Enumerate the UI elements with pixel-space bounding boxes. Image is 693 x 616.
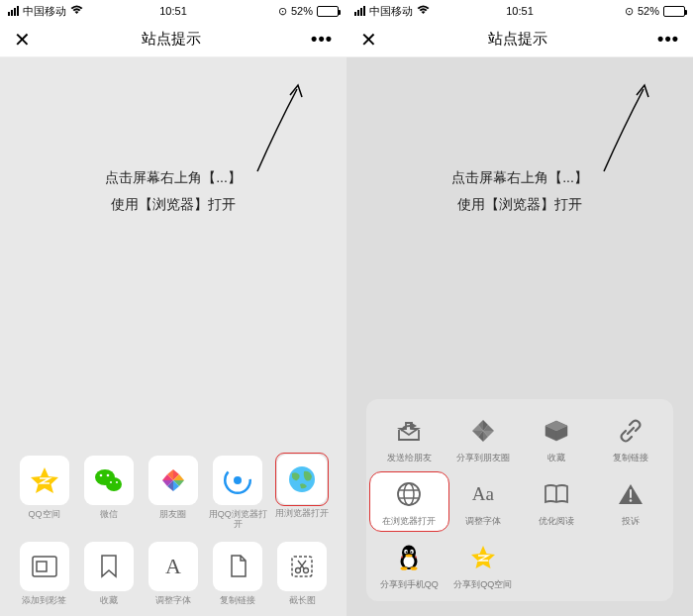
alarm-icon: ⊙	[278, 5, 287, 18]
svg-point-15	[404, 483, 414, 505]
open-qqbrowser[interactable]: 用QQ浏览器打开	[209, 456, 267, 531]
header: ✕ 站点提示 •••	[346, 22, 693, 57]
optimize-read-label: 优化阅读	[539, 515, 574, 528]
font-aa-icon: Aa	[472, 483, 494, 505]
carrier-label: 中国移动	[23, 4, 66, 19]
share-arrow-icon	[396, 420, 422, 442]
share-moments[interactable]: 朋友圈	[144, 456, 202, 531]
svg-point-4	[110, 481, 112, 483]
copy-icon	[228, 555, 248, 578]
battery-icon	[663, 6, 685, 17]
open-browser-highlighted[interactable]: 在浏览器打开	[369, 471, 449, 532]
share-qzone-label: QQ空间	[29, 509, 60, 520]
signal-icon	[8, 6, 19, 16]
svg-point-19	[404, 556, 415, 567]
open-browser-label: 用浏览器打开	[275, 508, 329, 519]
warning-icon	[618, 482, 644, 506]
add-bookmark-label: 添加到彩签	[22, 595, 66, 606]
favorite-label: 收藏	[100, 595, 118, 606]
copy-link[interactable]: 复制链接	[596, 415, 666, 464]
svg-point-5	[116, 481, 118, 483]
globe-icon	[288, 465, 316, 493]
more-button[interactable]: •••	[657, 29, 679, 50]
qzone-icon	[30, 465, 59, 495]
open-qqbrowser-label: 用QQ浏览器打开	[209, 509, 267, 531]
share-wechat[interactable]: 微信	[79, 456, 138, 531]
book-icon	[544, 483, 569, 505]
instruction-line1: 点击屏幕右上角【...】	[346, 164, 693, 191]
adjust-font[interactable]: A 调整字体	[144, 542, 202, 606]
report[interactable]: 投诉	[596, 478, 666, 528]
share-qzone[interactable]: 分享到QQ空间	[448, 542, 519, 591]
instruction-line2: 使用【浏览器】打开	[346, 191, 693, 218]
signal-icon	[354, 6, 365, 16]
share-sheet-right: 发送给朋友 分享到朋友圈 收藏 复制链接 在浏览器打开 Aa 调整字体	[366, 399, 673, 601]
svg-rect-10	[37, 562, 47, 571]
copy-link[interactable]: 复制链接	[209, 542, 267, 606]
adjust-font-label: 调整字体	[155, 595, 191, 606]
status-bar: 中国移动 10:51 ⊙ 52%	[0, 0, 346, 22]
box-icon	[544, 418, 569, 444]
svg-point-16	[629, 499, 632, 502]
scissors-icon	[290, 555, 314, 578]
arrow-icon	[243, 77, 312, 176]
close-button[interactable]: ✕	[360, 28, 377, 51]
more-button[interactable]: •••	[311, 29, 333, 50]
svg-point-13	[304, 568, 309, 573]
screenshot[interactable]: 截长图	[273, 542, 332, 606]
status-bar: 中国移动 10:51 ⊙ 52%	[346, 0, 693, 22]
wifi-icon	[417, 5, 430, 17]
collect[interactable]: 收藏	[522, 415, 592, 464]
svg-point-12	[296, 568, 301, 573]
moments-mono-icon	[470, 418, 496, 444]
share-qq[interactable]: 分享到手机QQ	[374, 542, 445, 591]
share-wechat-label: 微信	[100, 509, 118, 520]
alarm-icon: ⊙	[625, 5, 634, 18]
optimize-read[interactable]: 优化阅读	[522, 478, 592, 528]
header: ✕ 站点提示 •••	[0, 22, 346, 57]
close-button[interactable]: ✕	[14, 28, 31, 51]
copy-link-label: 复制链接	[220, 595, 255, 606]
svg-point-1	[106, 477, 122, 491]
send-friend[interactable]: 发送给朋友	[374, 415, 445, 464]
report-label: 投诉	[622, 515, 640, 528]
svg-point-7	[234, 476, 242, 484]
wifi-icon	[70, 5, 83, 17]
battery-icon	[317, 6, 339, 17]
add-bookmark[interactable]: 添加到彩签	[15, 542, 73, 606]
instruction-area: 点击屏幕右上角【...】 使用【浏览器】打开	[346, 57, 693, 265]
carrier-label: 中国移动	[369, 4, 413, 19]
clock: 10:51	[464, 5, 574, 17]
send-friend-label: 发送给朋友	[387, 452, 432, 464]
wechat-icon	[94, 467, 124, 493]
copy-link-label: 复制链接	[613, 452, 648, 464]
share-qq-label: 分享到手机QQ	[380, 578, 439, 591]
bookmark-icon	[100, 555, 118, 578]
share-moments[interactable]: 分享到朋友圈	[448, 415, 519, 464]
share-qzone-label: 分享到QQ空间	[453, 578, 512, 591]
adjust-font[interactable]: Aa 调整字体	[448, 478, 519, 528]
moments-icon	[159, 466, 187, 494]
share-qzone[interactable]: QQ空间	[15, 456, 73, 531]
battery-percent: 52%	[638, 5, 659, 17]
svg-point-24	[406, 555, 413, 558]
share-moments-label: 朋友圈	[159, 509, 186, 520]
svg-point-23	[411, 552, 413, 554]
link-icon	[619, 419, 643, 443]
collect-label: 收藏	[547, 452, 565, 464]
page-title: 站点提示	[142, 30, 201, 49]
svg-point-14	[398, 483, 420, 505]
adjust-font-label: 调整字体	[465, 515, 501, 528]
svg-point-26	[411, 566, 418, 570]
globe-outline-icon	[396, 481, 422, 507]
share-sheet-left: QQ空间 微信 朋友圈 用QQ浏览器打开 用浏览器打开	[0, 456, 346, 606]
qzone-star-icon	[470, 545, 496, 570]
phone-screenshot-right: 中国移动 10:51 ⊙ 52% ✕ 站点提示 ••• 点击屏幕右上角【...】…	[346, 0, 693, 616]
svg-point-22	[406, 552, 408, 554]
instruction-line2: 使用【浏览器】打开	[0, 191, 346, 218]
svg-point-25	[401, 566, 408, 570]
bookmark-box-icon	[32, 556, 57, 577]
favorite[interactable]: 收藏	[79, 542, 138, 606]
svg-point-2	[99, 473, 102, 476]
open-browser-highlighted[interactable]	[275, 453, 329, 506]
